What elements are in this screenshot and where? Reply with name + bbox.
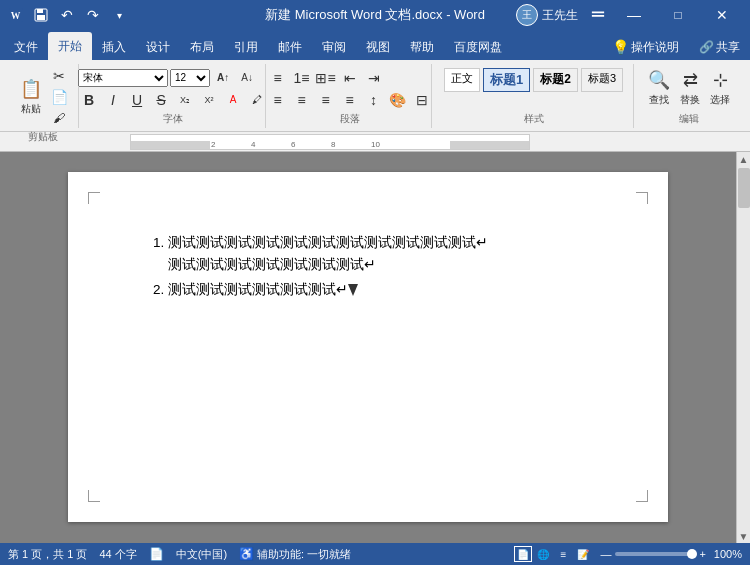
document-content[interactable]: 测试测试测试测试测试测试测试测试测试测试测试↵ 测试测试测试测试测试测试测试↵ … — [148, 232, 588, 301]
underline-button[interactable]: U — [126, 90, 148, 110]
window-title: 新建 Microsoft Word 文档.docx - Word — [265, 6, 485, 24]
ribbon: 文件 开始 插入 设计 布局 引用 邮件 审阅 视图 帮助 百度网盘 💡 操作说… — [0, 30, 750, 132]
superscript-button[interactable]: X² — [198, 90, 220, 110]
list-item-2-line1: 测试测试测试测试测试测试↵ — [168, 282, 348, 297]
replace-button[interactable]: ⇄ 替换 — [676, 67, 704, 109]
main-area: 测试测试测试测试测试测试测试测试测试测试测试↵ 测试测试测试测试测试测试测试↵ … — [0, 152, 750, 543]
tab-file[interactable]: 文件 — [4, 34, 48, 60]
paste-button[interactable]: 📋 粘贴 — [16, 76, 46, 118]
zoom-track[interactable] — [615, 552, 695, 556]
zoom-plus-btn[interactable]: + — [699, 548, 705, 560]
undo-quick-btn[interactable]: ↶ — [56, 4, 78, 26]
user-avatar: 王 — [516, 4, 538, 26]
cut-button[interactable]: ✂ — [48, 66, 70, 86]
tab-operations[interactable]: 💡 操作说明 — [602, 34, 689, 60]
editing-group: 🔍 查找 ⇄ 替换 ⊹ 选择 编辑 — [636, 64, 742, 128]
styles-label: 样式 — [524, 112, 544, 126]
select-button[interactable]: ⊹ 选择 — [706, 67, 734, 109]
paragraph-label: 段落 — [340, 112, 360, 126]
bullet-list-button[interactable]: ≡ — [267, 68, 289, 88]
increase-font-button[interactable]: A↑ — [212, 68, 234, 88]
tab-share[interactable]: 🔗 共享 — [689, 34, 750, 60]
ribbon-tabs: 文件 开始 插入 设计 布局 引用 邮件 审阅 视图 帮助 百度网盘 💡 操作说… — [0, 30, 750, 60]
font-color-button[interactable]: A — [222, 90, 244, 110]
find-button[interactable]: 🔍 查找 — [644, 67, 674, 109]
italic-button[interactable]: I — [102, 90, 124, 110]
svg-rect-4 — [37, 15, 45, 20]
scrollbar-down-btn[interactable]: ▼ — [737, 529, 751, 543]
save-quick-btn[interactable] — [30, 4, 52, 26]
zoom-minus-btn[interactable]: — — [600, 548, 611, 560]
decrease-indent-button[interactable]: ⇤ — [339, 68, 361, 88]
status-bar-right: 📄 🌐 ≡ 📝 — + 100% — [514, 546, 742, 562]
tab-layout[interactable]: 布局 — [180, 34, 224, 60]
close-button[interactable]: ✕ — [702, 0, 742, 30]
heading2-style[interactable]: 标题2 — [533, 68, 578, 92]
align-center-button[interactable]: ≡ — [291, 90, 313, 110]
vertical-scrollbar[interactable]: ▲ ▼ — [736, 152, 750, 543]
view-buttons: 📄 🌐 ≡ 📝 — [514, 546, 592, 562]
minimize-menu-icon[interactable] — [590, 7, 606, 23]
maximize-button[interactable]: □ — [658, 0, 698, 30]
scrollbar-up-btn[interactable]: ▲ — [737, 152, 751, 166]
tab-home[interactable]: 开始 — [48, 32, 92, 60]
shading-button[interactable]: 🎨 — [387, 90, 409, 110]
normal-style[interactable]: 正文 — [444, 68, 480, 92]
tab-references[interactable]: 引用 — [224, 34, 268, 60]
draft-view-btn[interactable]: 📝 — [574, 546, 592, 562]
multilevel-list-button[interactable]: ⊞≡ — [315, 68, 337, 88]
status-bar-left: 第 1 页，共 1 页 44 个字 📄 中文(中国) ♿ 辅助功能: 一切就绪 — [8, 547, 351, 562]
web-layout-btn[interactable]: 🌐 — [534, 546, 552, 562]
borders-button[interactable]: ⊟ — [411, 90, 433, 110]
ribbon-content: 📋 粘贴 ✂ 📄 🖌 剪贴板 宋体 12 — [0, 60, 750, 132]
tab-view[interactable]: 视图 — [356, 34, 400, 60]
line-spacing-button[interactable]: ↕ — [363, 90, 385, 110]
word-count[interactable]: 44 个字 — [99, 547, 136, 562]
heading1-style[interactable]: 标题1 — [483, 68, 530, 92]
list-item-1-line2: 测试测试测试测试测试测试测试↵ — [168, 257, 376, 272]
outline-view-btn[interactable]: ≡ — [554, 546, 572, 562]
track-changes-icon[interactable]: 📄 — [149, 547, 164, 561]
numbered-list-button[interactable]: 1≡ — [291, 68, 313, 88]
bold-button[interactable]: B — [78, 90, 100, 110]
language-indicator[interactable]: 中文(中国) — [176, 547, 227, 562]
decrease-font-button[interactable]: A↓ — [236, 68, 258, 88]
zoom-thumb[interactable] — [687, 549, 697, 559]
zoom-slider[interactable]: — + 100% — [600, 548, 742, 560]
styles-group: 正文 标题1 标题2 标题3 样式 — [434, 64, 634, 128]
align-left-button[interactable]: ≡ — [267, 90, 289, 110]
accessibility-status[interactable]: ♿ 辅助功能: 一切就绪 — [239, 547, 351, 562]
format-painter-button[interactable]: 🖌 — [48, 108, 70, 128]
justify-button[interactable]: ≡ — [339, 90, 361, 110]
minimize-button[interactable]: — — [614, 0, 654, 30]
print-layout-btn[interactable]: 📄 — [514, 546, 532, 562]
page-info[interactable]: 第 1 页，共 1 页 — [8, 547, 87, 562]
copy-button[interactable]: 📄 — [48, 87, 70, 107]
font-group: 宋体 12 A↑ A↓ B I U S X₂ X² A 🖍 — [81, 64, 266, 128]
tab-mailings[interactable]: 邮件 — [268, 34, 312, 60]
editing-buttons: 🔍 查找 ⇄ 替换 ⊹ 选择 — [644, 66, 734, 110]
highlight-button[interactable]: 🖍 — [246, 90, 268, 110]
svg-rect-3 — [37, 9, 43, 13]
tab-help[interactable]: 帮助 — [400, 34, 444, 60]
font-family-select[interactable]: 宋体 — [78, 69, 168, 87]
increase-indent-button[interactable]: ⇥ — [363, 68, 385, 88]
redo-quick-btn[interactable]: ↷ — [82, 4, 104, 26]
document-area[interactable]: 测试测试测试测试测试测试测试测试测试测试测试↵ 测试测试测试测试测试测试测试↵ … — [0, 152, 736, 543]
document-page[interactable]: 测试测试测试测试测试测试测试测试测试测试测试↵ 测试测试测试测试测试测试测试↵ … — [68, 172, 668, 522]
username-label: 王先生 — [542, 7, 578, 24]
strikethrough-button[interactable]: S — [150, 90, 172, 110]
align-right-button[interactable]: ≡ — [315, 90, 337, 110]
scrollbar-thumb[interactable] — [738, 168, 750, 208]
tab-insert[interactable]: 插入 — [92, 34, 136, 60]
title-bar-left: W ↶ ↷ ▾ — [8, 4, 130, 26]
tab-baidu[interactable]: 百度网盘 — [444, 34, 512, 60]
tab-design[interactable]: 设计 — [136, 34, 180, 60]
font-size-select[interactable]: 12 — [170, 69, 210, 87]
title-bar-right: 王 王先生 — □ ✕ — [516, 0, 742, 30]
subscript-button[interactable]: X₂ — [174, 90, 196, 110]
quick-access-dropdown[interactable]: ▾ — [108, 4, 130, 26]
tab-review[interactable]: 审阅 — [312, 34, 356, 60]
clipboard-label: 剪贴板 — [28, 130, 58, 144]
heading3-style[interactable]: 标题3 — [581, 68, 623, 92]
